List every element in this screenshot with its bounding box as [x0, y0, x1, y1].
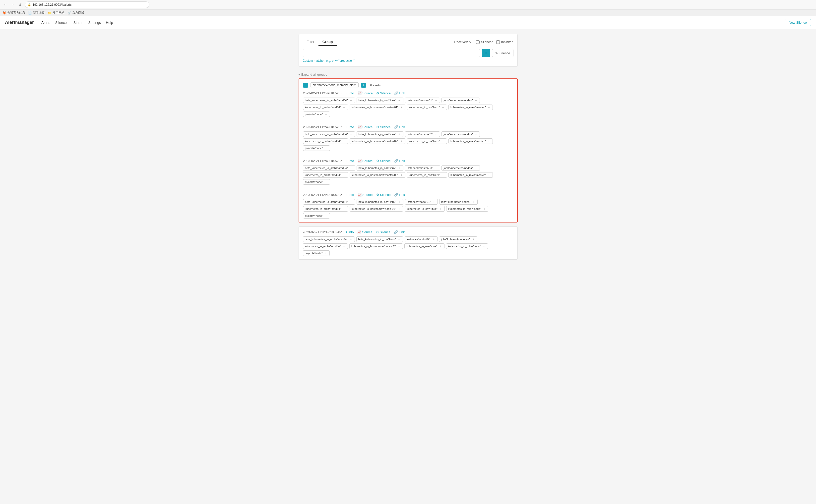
label-tag-add-button[interactable]: +: [432, 237, 436, 241]
label-tag-add-button[interactable]: +: [399, 139, 403, 143]
bookmark-newbie[interactable]: 📄 新手上路: [28, 11, 45, 15]
label-tag-add-button[interactable]: +: [474, 98, 478, 102]
label-tag: job="kubernetes-nodes"+: [439, 236, 477, 242]
bookmarks-bar: 🦊 火狐官方站点 📄 新手上路 📁 常用网站 🛒 京东商城: [0, 10, 816, 16]
alert-info-link[interactable]: + Info: [345, 230, 354, 234]
label-tag-add-button[interactable]: +: [482, 207, 486, 211]
label-tag-add-button[interactable]: +: [349, 166, 353, 170]
label-tag: project="node"+: [303, 179, 330, 185]
tab-filter[interactable]: Filter: [303, 38, 318, 46]
label-tag-add-button[interactable]: +: [342, 244, 346, 248]
alert-silence-link[interactable]: ⚙ Silence: [376, 230, 390, 234]
group-add-button[interactable]: +: [361, 83, 366, 88]
label-tag-add-button[interactable]: +: [397, 166, 401, 170]
silenced-checkbox[interactable]: [476, 40, 480, 44]
label-tag-add-button[interactable]: +: [342, 173, 346, 177]
nav-alerts[interactable]: Alerts: [41, 20, 50, 26]
label-tag-add-button[interactable]: +: [487, 173, 491, 177]
label-tag-add-button[interactable]: +: [439, 244, 443, 248]
inhibited-checkbox-label[interactable]: Inhibited: [496, 40, 513, 44]
alert-silence-link[interactable]: ⚙ Silence: [376, 193, 391, 197]
alert-source-link[interactable]: 📈 Source: [357, 91, 373, 95]
silenced-checkbox-label[interactable]: Silenced: [476, 40, 493, 44]
silence-filter-button[interactable]: ✎ Silence: [492, 49, 514, 57]
search-input[interactable]: [303, 49, 480, 57]
label-tag-add-button[interactable]: +: [441, 173, 445, 177]
nav-status[interactable]: Status: [73, 20, 83, 26]
label-tag-add-button[interactable]: +: [432, 200, 436, 204]
label-tag-add-button[interactable]: +: [399, 173, 403, 177]
alert-item: 2023-02-21T12:49:18.528Z+ Info📈 Source⚙ …: [303, 91, 513, 121]
label-tag-add-button[interactable]: +: [397, 207, 401, 211]
alert-link-link[interactable]: 🔗 Link: [394, 159, 405, 163]
label-tag-add-button[interactable]: +: [439, 207, 443, 211]
label-tag-add-button[interactable]: +: [397, 244, 401, 248]
alert-link-link[interactable]: 🔗 Link: [394, 193, 405, 197]
label-tag-add-button[interactable]: +: [324, 251, 328, 255]
label-tag-add-button[interactable]: +: [487, 105, 491, 109]
bookmark-jd[interactable]: 🛒 京东商城: [67, 11, 84, 15]
alert-info-link[interactable]: + Info: [346, 159, 354, 163]
tab-group[interactable]: Group: [318, 38, 337, 46]
alert-items-container: 2023-02-21T12:49:18.528Z+ Info📈 Source⚙ …: [303, 91, 513, 219]
label-tag-add-button[interactable]: +: [474, 132, 478, 136]
add-filter-button[interactable]: +: [482, 49, 490, 57]
collapse-group-button[interactable]: −: [303, 83, 308, 88]
label-tag-add-button[interactable]: +: [482, 244, 486, 248]
label-tag-add-button[interactable]: +: [474, 166, 478, 170]
label-tag-add-button[interactable]: +: [342, 207, 346, 211]
alert-source-link[interactable]: 📈 Source: [357, 193, 373, 197]
label-tag-add-button[interactable]: +: [397, 237, 401, 241]
alert-source-link[interactable]: 📈 Source: [357, 159, 373, 163]
alert-item: 2023-02-21T12:49:18.528Z+ Info📈 Source⚙ …: [303, 159, 513, 189]
label-tag-add-button[interactable]: +: [349, 237, 353, 241]
forward-button[interactable]: →: [10, 2, 15, 7]
label-tag-add-button[interactable]: +: [342, 105, 346, 109]
label-tag-add-button[interactable]: +: [397, 98, 401, 102]
alert-info-link[interactable]: + Info: [346, 125, 354, 129]
label-tag-add-button[interactable]: +: [434, 98, 438, 102]
label-tag: project="node"+: [303, 145, 330, 151]
label-tag-add-button[interactable]: +: [472, 200, 476, 204]
label-tag-add-button[interactable]: +: [472, 237, 475, 241]
label-tag-add-button[interactable]: +: [487, 139, 491, 143]
label-tag: kubernetes_io_os="linux"+: [404, 243, 445, 249]
label-tag-add-button[interactable]: +: [324, 180, 328, 184]
inhibited-checkbox[interactable]: [496, 40, 500, 44]
label-tag-add-button[interactable]: +: [342, 139, 346, 143]
back-button[interactable]: ←: [2, 2, 8, 7]
alert-silence-link[interactable]: ⚙ Silence: [376, 159, 391, 163]
nav-settings[interactable]: Settings: [88, 20, 101, 26]
label-tag-add-button[interactable]: +: [324, 112, 328, 116]
reload-button[interactable]: ↺: [17, 2, 23, 7]
alert-link-link[interactable]: 🔗 Link: [394, 91, 405, 95]
nav-silences[interactable]: Silences: [55, 20, 68, 26]
alert-link-link[interactable]: 🔗 Link: [394, 230, 404, 234]
label-tag-add-button[interactable]: +: [349, 200, 353, 204]
alert-silence-link[interactable]: ⚙ Silence: [376, 125, 391, 129]
label-tag-add-button[interactable]: +: [349, 132, 353, 136]
label-tag-add-button[interactable]: +: [324, 146, 328, 150]
alert-silence-link[interactable]: ⚙ Silence: [376, 91, 391, 95]
alert-info-link[interactable]: + Info: [346, 91, 354, 95]
address-bar[interactable]: 🔒 192.168.122.21:9093/#/alerts: [25, 1, 149, 8]
label-tag-add-button[interactable]: +: [441, 139, 445, 143]
nav-help[interactable]: Help: [106, 20, 113, 26]
label-tag-add-button[interactable]: +: [324, 214, 328, 218]
label-tag-add-button[interactable]: +: [441, 105, 445, 109]
label-tag-add-button[interactable]: +: [434, 166, 438, 170]
expand-all-groups[interactable]: + Expand all groups: [298, 71, 518, 78]
alert-source-link[interactable]: 📈 Source: [357, 125, 373, 129]
bookmark-firefox[interactable]: 🦊 火狐官方站点: [2, 11, 25, 15]
alert-source-link[interactable]: 📈 Source: [357, 230, 372, 234]
alert-info-link[interactable]: + Info: [346, 193, 354, 197]
label-tag-add-button[interactable]: +: [397, 132, 401, 136]
group-header: − alertname="node_memory_alert" + 6 aler…: [303, 82, 513, 88]
new-silence-button[interactable]: New Silence: [785, 19, 811, 26]
label-tag-add-button[interactable]: +: [349, 98, 353, 102]
label-tag-add-button[interactable]: +: [397, 200, 401, 204]
bookmark-common[interactable]: 📁 常用网站: [48, 11, 64, 15]
alert-link-link[interactable]: 🔗 Link: [394, 125, 405, 129]
label-tag-add-button[interactable]: +: [434, 132, 438, 136]
label-tag-add-button[interactable]: +: [399, 105, 403, 109]
